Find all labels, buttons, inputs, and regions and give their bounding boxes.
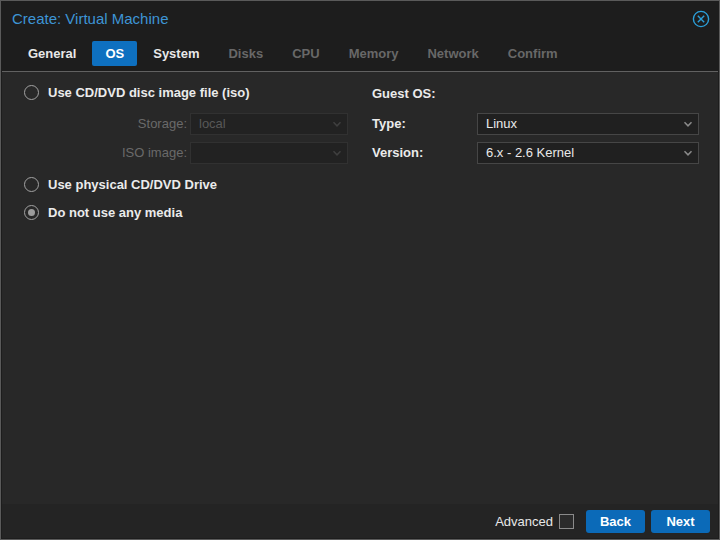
guest-os-type-row: Type: Linux [2, 113, 720, 135]
guest-os-heading: Guest OS: [372, 86, 436, 101]
radio-use-physical-drive[interactable] [24, 177, 39, 192]
radio-row-no-media: Do not use any media [24, 205, 182, 220]
radio-use-iso-label[interactable]: Use CD/DVD disc image file (iso) [48, 85, 250, 100]
next-button[interactable]: Next [651, 510, 710, 533]
radio-row-iso: Use CD/DVD disc image file (iso) [24, 85, 250, 100]
radio-no-media-label[interactable]: Do not use any media [48, 205, 182, 220]
tab-general[interactable]: General [15, 41, 89, 66]
advanced-checkbox[interactable] [559, 514, 574, 529]
tab-os[interactable]: OS [92, 41, 137, 66]
guest-os-version-value: 6.x - 2.6 Kernel [478, 142, 678, 164]
guest-os-version-label: Version: [372, 142, 472, 164]
guest-os-version-row: Version: 6.x - 2.6 Kernel [2, 142, 720, 164]
chevron-down-icon[interactable] [678, 147, 698, 159]
tab-network: Network [414, 41, 491, 66]
tab-confirm: Confirm [495, 41, 571, 66]
dialog-title: Create: Virtual Machine [12, 2, 168, 36]
tab-disks: Disks [215, 41, 276, 66]
radio-row-physical: Use physical CD/DVD Drive [24, 177, 217, 192]
guest-os-type-combobox[interactable]: Linux [477, 113, 699, 135]
radio-use-iso[interactable] [24, 85, 39, 100]
back-button[interactable]: Back [586, 510, 645, 533]
radio-use-physical-drive-label[interactable]: Use physical CD/DVD Drive [48, 177, 217, 192]
dialog-titlebar: Create: Virtual Machine [2, 2, 718, 36]
advanced-checkbox-label[interactable]: Advanced [495, 514, 553, 529]
guest-os-type-label: Type: [372, 113, 472, 135]
close-icon[interactable] [692, 10, 710, 28]
chevron-down-icon[interactable] [678, 118, 698, 130]
create-vm-dialog: Create: Virtual Machine General OS Syste… [0, 0, 720, 540]
radio-no-media[interactable] [24, 205, 39, 220]
guest-os-type-value: Linux [478, 113, 678, 135]
wizard-tabbar: General OS System Disks CPU Memory Netwo… [2, 36, 718, 71]
guest-os-version-combobox[interactable]: 6.x - 2.6 Kernel [477, 142, 699, 164]
dialog-footer: Advanced Back Next [2, 504, 718, 538]
os-tab-panel: Use CD/DVD disc image file (iso) Storage… [2, 71, 718, 505]
tab-memory: Memory [336, 41, 412, 66]
tab-system[interactable]: System [140, 41, 212, 66]
tab-cpu: CPU [279, 41, 332, 66]
